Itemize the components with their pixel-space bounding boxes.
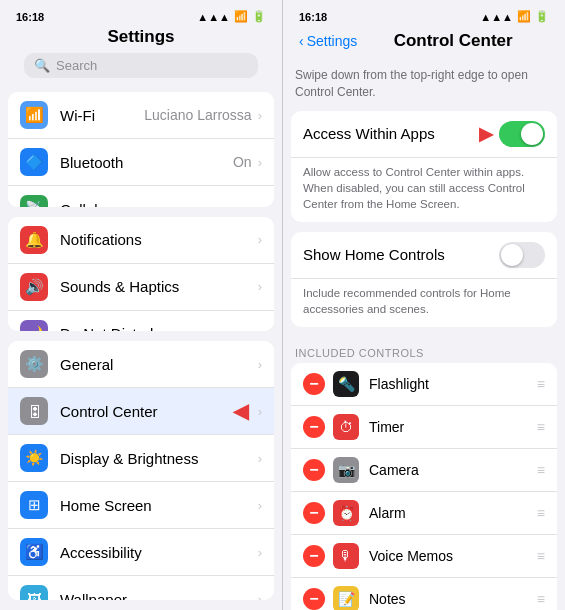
- setting-homescreen[interactable]: ⊞ Home Screen ›: [8, 482, 274, 529]
- right-nav: ‹ Settings Control Center: [299, 27, 549, 59]
- controlcenter-label: Control Center: [60, 403, 258, 420]
- setting-general[interactable]: ⚙️ General ›: [8, 341, 274, 388]
- right-red-arrow: ▶: [479, 123, 493, 145]
- back-label: Settings: [307, 33, 358, 49]
- voicememos-icon: 🎙: [333, 543, 359, 569]
- search-placeholder: Search: [56, 58, 97, 73]
- wallpaper-icon: 🖼: [20, 585, 48, 600]
- bluetooth-label: Bluetooth: [60, 154, 233, 171]
- left-panel-title: Settings: [16, 27, 266, 47]
- flashlight-drag-handle[interactable]: ≡: [537, 376, 545, 392]
- accessibility-label: Accessibility: [60, 544, 258, 561]
- right-signal-icon: ▲▲▲: [480, 11, 513, 23]
- control-flashlight[interactable]: − 🔦 Flashlight ≡: [291, 363, 557, 406]
- sounds-label: Sounds & Haptics: [60, 278, 258, 295]
- homescreen-icon: ⊞: [20, 491, 48, 519]
- cellular-chevron: ›: [258, 202, 262, 207]
- signal-icon: ▲▲▲: [197, 11, 230, 23]
- camera-icon: 📷: [333, 457, 359, 483]
- access-within-apps-row[interactable]: Access Within Apps ▶: [291, 111, 557, 158]
- controlcenter-chevron: ›: [258, 404, 262, 419]
- right-content: Swipe down from the top-right edge to op…: [283, 59, 565, 610]
- timer-label: Timer: [369, 419, 537, 435]
- section-network: 📶 Wi-Fi Luciano Larrossa › 🔷 Bluetooth O…: [8, 92, 274, 207]
- remove-voicememos-button[interactable]: −: [303, 545, 325, 567]
- setting-displaybrightness[interactable]: ☀️ Display & Brightness ›: [8, 435, 274, 482]
- left-status-bar: 16:18 ▲▲▲ 📶 🔋: [16, 10, 266, 23]
- timer-drag-handle[interactable]: ≡: [537, 419, 545, 435]
- notifications-label: Notifications: [60, 231, 258, 248]
- timer-icon: ⏱: [333, 414, 359, 440]
- left-panel: 16:18 ▲▲▲ 📶 🔋 Settings 🔍 Search 📶 Wi-Fi …: [0, 0, 283, 610]
- bluetooth-icon: 🔷: [20, 148, 48, 176]
- left-header: 16:18 ▲▲▲ 📶 🔋 Settings 🔍 Search: [0, 0, 282, 92]
- setting-sounds[interactable]: 🔊 Sounds & Haptics ›: [8, 264, 274, 311]
- alarm-drag-handle[interactable]: ≡: [537, 505, 545, 521]
- search-bar[interactable]: 🔍 Search: [24, 53, 258, 78]
- setting-cellular[interactable]: 📡 Cellular ›: [8, 186, 274, 207]
- flashlight-label: Flashlight: [369, 376, 537, 392]
- cellular-label: Cellular: [60, 201, 252, 207]
- wifi-label: Wi-Fi: [60, 107, 144, 124]
- wifi-chevron: ›: [258, 108, 262, 123]
- alarm-icon: ⏰: [333, 500, 359, 526]
- displaybrightness-chevron: ›: [258, 451, 262, 466]
- controlcenter-icon: 🎛: [20, 397, 48, 425]
- displaybrightness-icon: ☀️: [20, 444, 48, 472]
- voicememos-label: Voice Memos: [369, 548, 537, 564]
- setting-donotdisturb[interactable]: 🌙 Do Not Disturb ›: [8, 311, 274, 332]
- control-alarm[interactable]: − ⏰ Alarm ≡: [291, 492, 557, 535]
- control-timer[interactable]: − ⏱ Timer ≡: [291, 406, 557, 449]
- camera-drag-handle[interactable]: ≡: [537, 462, 545, 478]
- cellular-icon: 📡: [20, 195, 48, 207]
- notes-label: Notes: [369, 591, 537, 607]
- notes-drag-handle[interactable]: ≡: [537, 591, 545, 607]
- general-label: General: [60, 356, 258, 373]
- left-red-arrow: ◀: [233, 399, 248, 423]
- show-home-controls-label: Show Home Controls: [303, 246, 499, 263]
- general-icon: ⚙️: [20, 350, 48, 378]
- displaybrightness-label: Display & Brightness: [60, 450, 258, 467]
- access-within-apps-toggle[interactable]: [499, 121, 545, 147]
- right-panel: 16:18 ▲▲▲ 📶 🔋 ‹ Settings Control Center …: [283, 0, 565, 610]
- setting-accessibility[interactable]: ♿ Accessibility ›: [8, 529, 274, 576]
- show-home-controls-toggle[interactable]: [499, 242, 545, 268]
- included-controls-list: − 🔦 Flashlight ≡ − ⏱ Timer ≡ − 📷 Camera …: [291, 363, 557, 610]
- wifi-value: Luciano Larrossa: [144, 107, 251, 123]
- setting-wallpaper[interactable]: 🖼 Wallpaper ›: [8, 576, 274, 600]
- control-notes[interactable]: − 📝 Notes ≡: [291, 578, 557, 610]
- setting-bluetooth[interactable]: 🔷 Bluetooth On ›: [8, 139, 274, 186]
- show-home-controls-row[interactable]: Show Home Controls: [291, 232, 557, 279]
- remove-notes-button[interactable]: −: [303, 588, 325, 610]
- search-icon: 🔍: [34, 58, 50, 73]
- remove-alarm-button[interactable]: −: [303, 502, 325, 524]
- back-button[interactable]: ‹ Settings: [299, 33, 357, 49]
- bluetooth-chevron: ›: [258, 155, 262, 170]
- control-voicememos[interactable]: − 🎙 Voice Memos ≡: [291, 535, 557, 578]
- right-header: 16:18 ▲▲▲ 📶 🔋 ‹ Settings Control Center: [283, 0, 565, 59]
- show-home-controls-subinfo: Include recommended controls for Home ac…: [291, 279, 557, 327]
- voicememos-drag-handle[interactable]: ≡: [537, 548, 545, 564]
- notes-icon: 📝: [333, 586, 359, 610]
- control-camera[interactable]: − 📷 Camera ≡: [291, 449, 557, 492]
- accessibility-chevron: ›: [258, 545, 262, 560]
- wifi-status-icon: 📶: [234, 10, 248, 23]
- right-status-icons: ▲▲▲ 📶 🔋: [480, 10, 549, 23]
- access-within-apps-section: Access Within Apps ▶ Allow access to Con…: [291, 111, 557, 222]
- setting-controlcenter[interactable]: 🎛 Control Center ◀ ›: [8, 388, 274, 435]
- homescreen-label: Home Screen: [60, 497, 258, 514]
- wifi-icon: 📶: [20, 101, 48, 129]
- left-time: 16:18: [16, 11, 44, 23]
- remove-timer-button[interactable]: −: [303, 416, 325, 438]
- donotdisturb-chevron: ›: [258, 326, 262, 331]
- remove-flashlight-button[interactable]: −: [303, 373, 325, 395]
- notifications-icon: 🔔: [20, 226, 48, 254]
- access-within-apps-label: Access Within Apps: [303, 125, 479, 142]
- donotdisturb-icon: 🌙: [20, 320, 48, 332]
- section-notifications: 🔔 Notifications › 🔊 Sounds & Haptics › 🌙…: [8, 217, 274, 332]
- right-time: 16:18: [299, 11, 327, 23]
- remove-camera-button[interactable]: −: [303, 459, 325, 481]
- setting-wifi[interactable]: 📶 Wi-Fi Luciano Larrossa ›: [8, 92, 274, 139]
- setting-notifications[interactable]: 🔔 Notifications ›: [8, 217, 274, 264]
- flashlight-icon: 🔦: [333, 371, 359, 397]
